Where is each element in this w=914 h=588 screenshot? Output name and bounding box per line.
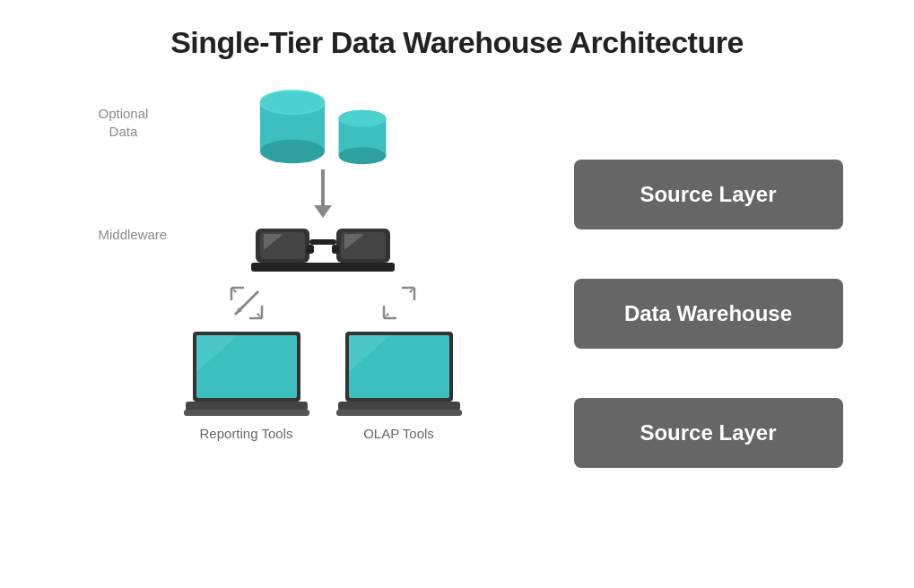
middleware-glasses-icon (251, 220, 395, 277)
labels-side: Source Layer Data Warehouse Source Layer (547, 69, 870, 576)
svg-rect-39 (184, 410, 309, 416)
middleware-section: Middleware (45, 220, 547, 277)
database-large-icon (257, 87, 328, 168)
arrow-down-line (321, 169, 325, 205)
svg-rect-43 (338, 402, 460, 411)
optional-data-label: OptionalData (99, 105, 149, 140)
svg-rect-38 (186, 402, 308, 411)
svg-rect-18 (251, 263, 395, 272)
main-layout: OptionalData (0, 69, 914, 576)
branch-arrows (170, 281, 475, 325)
branch-arrow-left-icon (224, 281, 269, 325)
svg-point-7 (338, 147, 386, 164)
source-section: OptionalData (45, 87, 547, 168)
svg-point-2 (260, 140, 325, 164)
laptops-section: Reporting Tools OLAP Tools (170, 327, 475, 441)
diagram-side: OptionalData (45, 69, 547, 576)
page-title: Single-Tier Data Warehouse Architecture (0, 0, 914, 69)
laptop-reporting-icon (184, 327, 309, 417)
reporting-tools-laptop: Reporting Tools (184, 327, 309, 441)
reporting-tools-label: Reporting Tools (200, 426, 293, 441)
source-layer-bottom-badge: Source Layer (574, 398, 843, 468)
svg-rect-16 (307, 245, 314, 254)
svg-point-8 (338, 110, 386, 127)
data-warehouse-badge: Data Warehouse (574, 279, 843, 349)
laptop-olap-icon (336, 327, 462, 417)
database-small-icon (335, 107, 389, 168)
olap-tools-label: OLAP Tools (363, 426, 434, 441)
arrow-down-head (314, 205, 332, 218)
databases-group (257, 87, 389, 168)
source-layer-top-badge: Source Layer (574, 160, 843, 229)
svg-rect-15 (309, 239, 336, 245)
olap-tools-laptop: OLAP Tools (336, 327, 462, 441)
svg-rect-17 (332, 245, 339, 254)
svg-rect-44 (336, 410, 462, 416)
branch-arrow-right-icon (377, 281, 422, 325)
arrow-down-container (314, 169, 332, 218)
middleware-label: Middleware (99, 227, 168, 242)
